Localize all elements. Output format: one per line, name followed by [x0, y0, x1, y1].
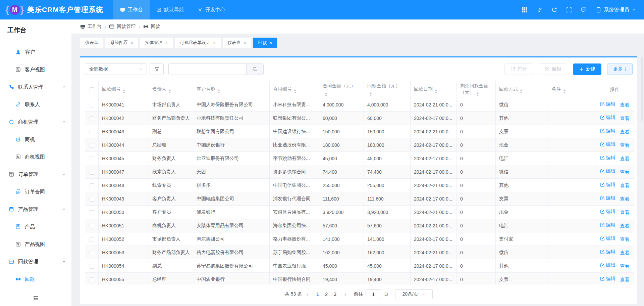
breadcrumb-item-1[interactable]: 回款管理	[109, 24, 136, 30]
window-scrollbar-thumb[interactable]	[641, 57, 643, 121]
close-icon[interactable]: ×	[130, 40, 133, 45]
column-header-9[interactable]: 备注	[548, 81, 595, 98]
filter-button[interactable]	[150, 63, 164, 75]
sidebar-item-13[interactable]: 回款	[0, 270, 71, 288]
row-edit-link[interactable]: 编辑	[600, 209, 615, 215]
close-icon[interactable]: ×	[213, 40, 216, 45]
row-view-link[interactable]: 查看	[620, 263, 630, 269]
column-header-2[interactable]: 客户名称	[193, 81, 270, 98]
user-menu[interactable]: 系统管理员	[596, 7, 636, 13]
link-icon[interactable]	[537, 7, 542, 13]
row-edit-link[interactable]: 编辑	[600, 262, 615, 268]
sidebar-item-8[interactable]: 订单合同	[0, 183, 71, 201]
row-checkbox[interactable]	[90, 143, 94, 148]
page-number-2[interactable]: 2	[322, 290, 331, 299]
sidebar-item-10[interactable]: 产品	[0, 218, 71, 235]
row-view-link[interactable]: 查看	[620, 223, 630, 229]
row-checkbox[interactable]	[90, 116, 94, 121]
row-edit-link[interactable]: 编辑	[600, 235, 615, 242]
sort-caret-icon[interactable]	[563, 89, 566, 93]
row-edit-link[interactable]: 编辑	[600, 115, 615, 121]
sort-caret-icon[interactable]	[520, 89, 523, 93]
column-header-7[interactable]: 剩余回款金额（元）	[457, 81, 496, 98]
sidebar-collapse-button[interactable]	[0, 290, 71, 306]
tab-4[interactable]: 仪表盘×	[223, 38, 251, 48]
column-header-4[interactable]: 合同金额（元）	[319, 81, 364, 98]
row-edit-link[interactable]: 编辑	[600, 182, 615, 188]
row-view-link[interactable]: 查看	[620, 210, 630, 216]
row-edit-link[interactable]: 编辑	[600, 168, 615, 174]
search-input[interactable]	[168, 63, 246, 75]
breadcrumb-item-0[interactable]: 工作台	[80, 24, 102, 30]
page-number-1[interactable]: 1	[313, 290, 322, 299]
sidebar-item-11[interactable]: 产品视图	[0, 235, 71, 253]
goto-page-input[interactable]	[366, 289, 381, 299]
row-checkbox[interactable]	[90, 130, 94, 134]
sidebar-item-4[interactable]: 商机管理	[0, 113, 71, 131]
page-number-3[interactable]: 3	[331, 290, 339, 299]
sidebar-item-3[interactable]: 联系人	[0, 96, 71, 113]
row-view-link[interactable]: 查看	[620, 116, 630, 122]
row-edit-link[interactable]: 编辑	[600, 276, 615, 282]
tab-1[interactable]: 系统配置×	[105, 38, 138, 48]
row-checkbox[interactable]	[90, 197, 94, 202]
row-checkbox[interactable]	[90, 251, 94, 255]
sort-caret-icon[interactable]	[217, 89, 220, 93]
sidebar-item-9[interactable]: 产品管理	[0, 201, 71, 218]
row-view-link[interactable]: 查看	[620, 129, 630, 135]
column-header-1[interactable]: 负责人	[149, 81, 193, 98]
row-view-link[interactable]: 查看	[620, 236, 630, 243]
row-checkbox[interactable]	[90, 170, 94, 175]
new-button[interactable]: 新建	[573, 63, 601, 75]
column-header-5[interactable]: 回款金额（元）	[364, 81, 411, 98]
sort-caret-icon[interactable]	[325, 92, 327, 96]
row-edit-link[interactable]: 编辑	[600, 155, 615, 161]
row-view-link[interactable]: 查看	[620, 277, 630, 283]
row-edit-link[interactable]: 编辑	[600, 222, 615, 228]
select-all-checkbox[interactable]	[90, 87, 94, 92]
sort-caret-icon[interactable]	[435, 89, 437, 93]
edit-button[interactable]: 编辑	[539, 63, 567, 75]
more-button[interactable]: 更多	[607, 63, 633, 75]
open-button[interactable]: 打开	[504, 63, 533, 75]
sidebar-item-1[interactable]: 客户视图	[0, 61, 71, 78]
search-button[interactable]	[246, 63, 264, 75]
row-edit-link[interactable]: 编辑	[600, 128, 615, 134]
row-checkbox[interactable]	[90, 103, 94, 107]
sort-caret-icon[interactable]	[476, 92, 479, 96]
sidebar-item-7[interactable]: 订单管理	[0, 166, 71, 183]
data-scope-select[interactable]: 全部数据	[85, 63, 147, 75]
top-nav-item-gear[interactable]: 开发中心	[191, 0, 232, 19]
breadcrumb-item-2[interactable]: 回款	[143, 24, 160, 30]
column-header-3[interactable]: 合同编号	[270, 81, 319, 98]
column-header-6[interactable]: 回款日期	[411, 81, 457, 98]
sort-caret-icon[interactable]	[123, 89, 125, 93]
prev-page-button[interactable]: ‹	[305, 291, 310, 297]
row-view-link[interactable]: 查看	[620, 169, 630, 175]
column-header-8[interactable]: 回款方式	[496, 81, 548, 98]
page-size-select[interactable]: 20条/页	[395, 289, 433, 299]
tab-3[interactable]: 可视化表单设计×	[175, 38, 221, 48]
row-checkbox[interactable]	[90, 277, 94, 282]
row-view-link[interactable]: 查看	[620, 250, 630, 256]
sort-caret-icon[interactable]	[369, 92, 372, 96]
sidebar-item-6[interactable]: 商机视图	[0, 148, 71, 166]
column-header-0[interactable]: 回款编号	[99, 81, 149, 98]
sidebar-item-5[interactable]: 商机	[0, 131, 71, 148]
fullscreen-icon[interactable]	[566, 7, 572, 13]
sort-caret-icon[interactable]	[294, 89, 297, 93]
row-edit-link[interactable]: 编辑	[600, 101, 615, 107]
next-page-button[interactable]: ›	[343, 291, 347, 297]
row-checkbox[interactable]	[90, 237, 94, 242]
top-nav-item-navpanel[interactable]: 默认导航	[150, 0, 191, 19]
row-checkbox[interactable]	[90, 210, 94, 215]
sort-caret-icon[interactable]	[168, 89, 171, 93]
close-icon[interactable]: ×	[269, 40, 272, 45]
close-icon[interactable]: ×	[165, 40, 168, 45]
row-view-link[interactable]: 查看	[620, 156, 630, 162]
sidebar-item-2[interactable]: 联系人管理	[0, 78, 71, 96]
row-checkbox[interactable]	[90, 224, 94, 228]
row-checkbox[interactable]	[90, 264, 94, 269]
refresh-icon[interactable]	[551, 7, 557, 13]
row-view-link[interactable]: 查看	[620, 196, 630, 202]
